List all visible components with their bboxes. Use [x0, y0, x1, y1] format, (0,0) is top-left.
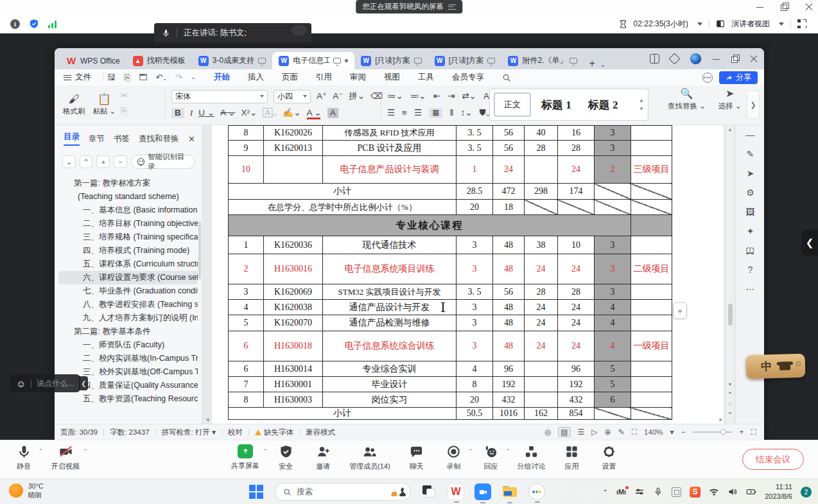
fullscreen-doc-icon[interactable]: ⛶ [751, 428, 756, 436]
end-meeting-button[interactable]: 结束会议 [742, 449, 804, 470]
mute-button[interactable]: 静音⌃ [13, 444, 35, 471]
outline-item[interactable]: 二、培养目标 (Training objectives... [58, 217, 198, 230]
web-view-icon[interactable]: ⊕ [605, 428, 611, 436]
outline-item[interactable]: 四、培养模式 (Training mode) [58, 244, 198, 257]
quickbar-caret-icon[interactable]: ⌄ [191, 74, 196, 80]
table-cell[interactable]: 2 [229, 254, 264, 284]
edit-mode-icon[interactable]: ✎ [618, 428, 625, 436]
scroll-left-icon[interactable]: ◄ [205, 417, 210, 422]
table-cell[interactable]: 24 [525, 331, 558, 361]
outline-item[interactable]: 五、课程体系 (Curriculum structu... [58, 257, 198, 271]
doc-search-icon[interactable]: 🕮 [736, 241, 765, 260]
zoom-slider-knob[interactable] [720, 429, 726, 435]
wps-close-button[interactable] [750, 55, 758, 63]
table-cell-diagonal[interactable] [631, 184, 672, 200]
table-cell[interactable]: 24 [558, 254, 595, 284]
strikethrough-button[interactable]: A ⌄ [220, 109, 235, 117]
align-left-icon[interactable]: ☰ [387, 109, 395, 117]
text-effects-icon[interactable]: 🄰⌄ [263, 109, 277, 117]
table-cell[interactable]: 192 [558, 377, 595, 392]
text-direction-icon[interactable]: ⇄⌄ [462, 92, 476, 101]
battery-icon[interactable] [746, 487, 756, 497]
wps-tab[interactable]: W电子信息工 [272, 52, 354, 69]
video-button[interactable]: 开启视频⌃ [51, 444, 80, 471]
table-cell[interactable]: 10 [558, 236, 595, 254]
table-cell[interactable]: 48 [493, 331, 525, 361]
table-cell[interactable] [525, 361, 558, 377]
table-cell[interactable]: 通信产品设计与开发 [323, 300, 457, 315]
table-cell[interactable] [631, 141, 672, 156]
pen-icon[interactable]: ✎ [736, 144, 765, 164]
start-button[interactable] [249, 485, 263, 499]
table-cell[interactable]: 24 [525, 254, 558, 284]
sidebar-scrollbar[interactable] [198, 222, 201, 279]
volume-icon[interactable] [727, 487, 738, 497]
screen-share-banner[interactable]: 您正在观看郭晓凤的屏幕 [356, 0, 462, 13]
more-icon[interactable]: ⋯ [736, 279, 765, 299]
table-cell[interactable]: 毕业设计 [323, 377, 457, 392]
table-cell[interactable]: K1620026 [264, 126, 323, 141]
caret-up-icon[interactable]: ⌃ [505, 448, 510, 455]
menu-会员专享[interactable]: 会员专享 [443, 70, 493, 85]
notification-badge[interactable]: 2 [801, 487, 812, 498]
table-cell[interactable]: 24 [493, 156, 525, 184]
bullet-list-icon[interactable]: ≔⌄ [387, 92, 403, 101]
meeting-security-shield-icon[interactable] [29, 19, 39, 29]
table-cell[interactable]: 24 [525, 300, 558, 315]
table-cell[interactable]: 24 [525, 315, 558, 331]
table-cell[interactable]: H1630016 [264, 254, 323, 284]
outline-item[interactable]: 第二篇: 教学基本条件 [58, 325, 198, 338]
image-edit-icon[interactable]: 🖼 [736, 202, 765, 222]
table-cell[interactable]: 298 [525, 184, 558, 200]
table-cell[interactable]: 9 [229, 141, 264, 156]
outline-item[interactable]: 五、教学资源(Teaching Resources) [58, 392, 198, 406]
mic-tray-icon[interactable] [653, 487, 663, 497]
table-cell[interactable]: 专业综合实训 [323, 361, 457, 377]
table-cell[interactable]: 96 [493, 361, 525, 377]
proofread-button[interactable]: 校对 [222, 428, 248, 437]
table-cell[interactable]: 5 [595, 361, 631, 377]
decrease-indent-icon[interactable]: ⇤ [433, 92, 440, 101]
document-hscrollbar[interactable]: ◄ ► [202, 417, 726, 423]
wps-tab[interactable]: W3-0成果支持 [192, 52, 272, 69]
table-cell[interactable]: 8 [457, 377, 493, 392]
outline-item[interactable]: 八、教学进程安排表 (Teaching sch... [58, 298, 198, 311]
char-shading-button[interactable]: A [327, 108, 338, 118]
settings-button[interactable]: 设置 [598, 444, 620, 471]
table-cell[interactable]: H1630003 [264, 392, 323, 408]
caret-up-icon[interactable]: ⌃ [263, 448, 268, 455]
outline-item[interactable]: 二、校内实训基地(In-Campus Train... [58, 352, 198, 365]
print-preview-icon[interactable]: 🗔 [139, 73, 147, 82]
security-button[interactable]: 安全 [275, 444, 297, 471]
increase-font-icon[interactable]: A⁺ [317, 92, 327, 101]
select-button[interactable]: ➤ 选择 ⌄ [718, 89, 742, 111]
table-cell[interactable]: K1620038 [264, 300, 323, 315]
table-cell[interactable] [631, 377, 672, 392]
table-cell[interactable]: H1630001 [264, 377, 323, 392]
line-spacing-icon[interactable]: ↕⌄ [460, 109, 472, 117]
mixer-tray-icon[interactable] [634, 487, 645, 497]
table-cell[interactable]: 472 [493, 184, 525, 200]
save-icon[interactable]: 🖫 [107, 73, 116, 82]
table-cell[interactable]: 40 [525, 126, 558, 141]
minimize-button[interactable] [756, 3, 764, 11]
weather-widget[interactable]: 30°C 晴朗 [9, 482, 43, 500]
find-replace-button[interactable]: 🔍 查找替换 ⌄ [668, 89, 706, 111]
table-cell[interactable]: 48 [493, 300, 525, 315]
table-cell[interactable] [631, 126, 672, 141]
table-cell[interactable]: 3. 5 [457, 141, 493, 156]
table-cell-diagonal[interactable] [631, 200, 672, 215]
table-cell[interactable]: 8 [229, 392, 264, 408]
table-cell[interactable]: 1 [229, 236, 264, 254]
clock-widget[interactable]: 11:11 2023/8/6 [765, 482, 792, 501]
file-menu[interactable]: 文件 [55, 72, 99, 83]
tab-list-caret-icon[interactable]: ⌄ [600, 61, 608, 69]
sidebar-tab-目录[interactable]: 目录 [64, 132, 80, 146]
meeting-taskbar-icon[interactable] [474, 483, 491, 500]
increase-indent-icon[interactable]: ⇥ [448, 92, 455, 101]
table-cell[interactable]: K1620070 [264, 315, 323, 331]
scroll-up-icon[interactable]: ▲ [726, 127, 734, 132]
align-justify-icon[interactable]: ≣ [429, 108, 442, 118]
table-cell[interactable]: STM32 实践项目设计与开发 [323, 284, 457, 300]
smart-toc-button[interactable]: 智能识别目录 [131, 155, 195, 169]
